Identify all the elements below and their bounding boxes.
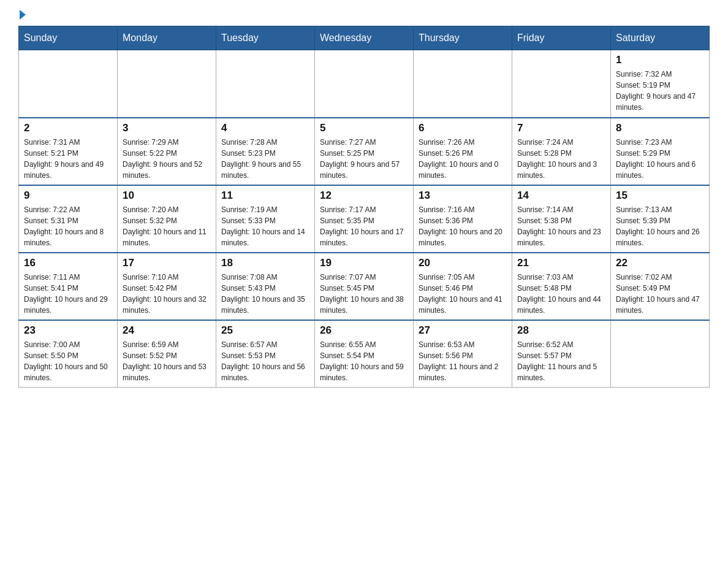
calendar-day-cell: 18Sunrise: 7:08 AMSunset: 5:43 PMDayligh…: [216, 253, 315, 320]
day-info: Sunrise: 6:59 AMSunset: 5:52 PMDaylight:…: [123, 339, 211, 383]
day-number: 6: [419, 122, 507, 134]
day-number: 9: [24, 190, 112, 202]
calendar-day-cell: 7Sunrise: 7:24 AMSunset: 5:28 PMDaylight…: [512, 118, 611, 185]
page-header: [18, 12, 710, 20]
day-number: 20: [419, 257, 507, 269]
calendar-day-cell: 5Sunrise: 7:27 AMSunset: 5:25 PMDaylight…: [315, 118, 414, 185]
day-number: 10: [123, 190, 211, 202]
calendar-table: SundayMondayTuesdayWednesdayThursdayFrid…: [18, 26, 710, 388]
day-number: 22: [616, 257, 704, 269]
day-info: Sunrise: 7:28 AMSunset: 5:23 PMDaylight:…: [221, 137, 309, 181]
day-info: Sunrise: 7:31 AMSunset: 5:21 PMDaylight:…: [24, 137, 112, 181]
day-info: Sunrise: 6:52 AMSunset: 5:57 PMDaylight:…: [517, 339, 605, 383]
day-info: Sunrise: 7:23 AMSunset: 5:29 PMDaylight:…: [616, 137, 704, 181]
day-number: 13: [419, 190, 507, 202]
day-number: 8: [616, 122, 704, 134]
calendar-day-cell: [19, 50, 118, 118]
calendar-day-cell: 24Sunrise: 6:59 AMSunset: 5:52 PMDayligh…: [118, 320, 216, 388]
day-number: 18: [221, 257, 309, 269]
calendar-day-cell: 11Sunrise: 7:19 AMSunset: 5:33 PMDayligh…: [216, 185, 315, 253]
day-info: Sunrise: 7:29 AMSunset: 5:22 PMDaylight:…: [123, 137, 211, 181]
day-number: 16: [24, 257, 112, 269]
day-of-week-header: Tuesday: [216, 26, 315, 50]
calendar-day-cell: 6Sunrise: 7:26 AMSunset: 5:26 PMDaylight…: [414, 118, 512, 185]
day-number: 4: [221, 122, 309, 134]
day-number: 2: [24, 122, 112, 134]
calendar-day-cell: [315, 50, 414, 118]
calendar-day-cell: 14Sunrise: 7:14 AMSunset: 5:38 PMDayligh…: [512, 185, 611, 253]
logo: [18, 12, 26, 20]
calendar-day-cell: 21Sunrise: 7:03 AMSunset: 5:48 PMDayligh…: [512, 253, 611, 320]
day-number: 23: [24, 324, 112, 337]
day-of-week-header: Sunday: [19, 26, 118, 50]
day-info: Sunrise: 7:22 AMSunset: 5:31 PMDaylight:…: [24, 204, 112, 248]
day-number: 12: [320, 190, 408, 202]
calendar-day-cell: 9Sunrise: 7:22 AMSunset: 5:31 PMDaylight…: [19, 185, 118, 253]
calendar-day-cell: 8Sunrise: 7:23 AMSunset: 5:29 PMDaylight…: [611, 118, 710, 185]
calendar-day-cell: [216, 50, 315, 118]
calendar-header-row: SundayMondayTuesdayWednesdayThursdayFrid…: [19, 26, 710, 50]
day-info: Sunrise: 7:02 AMSunset: 5:49 PMDaylight:…: [616, 272, 704, 316]
day-info: Sunrise: 7:14 AMSunset: 5:38 PMDaylight:…: [517, 204, 605, 248]
day-of-week-header: Monday: [118, 26, 216, 50]
day-of-week-header: Wednesday: [315, 26, 414, 50]
day-of-week-header: Saturday: [611, 26, 710, 50]
calendar-day-cell: [118, 50, 216, 118]
logo-blue-container: [18, 12, 26, 20]
calendar-week-row: 16Sunrise: 7:11 AMSunset: 5:41 PMDayligh…: [19, 253, 710, 320]
calendar-day-cell: 3Sunrise: 7:29 AMSunset: 5:22 PMDaylight…: [118, 118, 216, 185]
day-number: 19: [320, 257, 408, 269]
calendar-day-cell: 28Sunrise: 6:52 AMSunset: 5:57 PMDayligh…: [512, 320, 611, 388]
day-info: Sunrise: 7:13 AMSunset: 5:39 PMDaylight:…: [616, 204, 704, 248]
calendar-day-cell: 25Sunrise: 6:57 AMSunset: 5:53 PMDayligh…: [216, 320, 315, 388]
day-info: Sunrise: 7:32 AMSunset: 5:19 PMDaylight:…: [616, 69, 704, 113]
day-info: Sunrise: 6:55 AMSunset: 5:54 PMDaylight:…: [320, 339, 408, 383]
calendar-day-cell: 1Sunrise: 7:32 AMSunset: 5:19 PMDaylight…: [611, 50, 710, 118]
calendar-day-cell: 20Sunrise: 7:05 AMSunset: 5:46 PMDayligh…: [414, 253, 512, 320]
day-info: Sunrise: 6:53 AMSunset: 5:56 PMDaylight:…: [419, 339, 507, 383]
calendar-week-row: 1Sunrise: 7:32 AMSunset: 5:19 PMDaylight…: [19, 50, 710, 118]
day-info: Sunrise: 7:05 AMSunset: 5:46 PMDaylight:…: [419, 272, 507, 316]
day-of-week-header: Friday: [512, 26, 611, 50]
day-info: Sunrise: 7:16 AMSunset: 5:36 PMDaylight:…: [419, 204, 507, 248]
day-info: Sunrise: 7:19 AMSunset: 5:33 PMDaylight:…: [221, 204, 309, 248]
calendar-day-cell: 26Sunrise: 6:55 AMSunset: 5:54 PMDayligh…: [315, 320, 414, 388]
calendar-day-cell: 16Sunrise: 7:11 AMSunset: 5:41 PMDayligh…: [19, 253, 118, 320]
day-number: 7: [517, 122, 605, 134]
day-info: Sunrise: 7:10 AMSunset: 5:42 PMDaylight:…: [123, 272, 211, 316]
calendar-day-cell: 17Sunrise: 7:10 AMSunset: 5:42 PMDayligh…: [118, 253, 216, 320]
day-of-week-header: Thursday: [414, 26, 512, 50]
day-number: 28: [517, 324, 605, 337]
day-number: 17: [123, 257, 211, 269]
day-info: Sunrise: 7:17 AMSunset: 5:35 PMDaylight:…: [320, 204, 408, 248]
calendar-day-cell: 12Sunrise: 7:17 AMSunset: 5:35 PMDayligh…: [315, 185, 414, 253]
day-info: Sunrise: 7:03 AMSunset: 5:48 PMDaylight:…: [517, 272, 605, 316]
day-number: 21: [517, 257, 605, 269]
day-number: 24: [123, 324, 211, 337]
calendar-day-cell: [512, 50, 611, 118]
day-number: 26: [320, 324, 408, 337]
day-info: Sunrise: 7:20 AMSunset: 5:32 PMDaylight:…: [123, 204, 211, 248]
day-number: 1: [616, 54, 704, 66]
day-number: 5: [320, 122, 408, 134]
day-info: Sunrise: 7:00 AMSunset: 5:50 PMDaylight:…: [24, 339, 112, 383]
day-number: 11: [221, 190, 309, 202]
calendar-day-cell: 15Sunrise: 7:13 AMSunset: 5:39 PMDayligh…: [611, 185, 710, 253]
calendar-day-cell: [611, 320, 710, 388]
calendar-day-cell: 19Sunrise: 7:07 AMSunset: 5:45 PMDayligh…: [315, 253, 414, 320]
day-info: Sunrise: 7:11 AMSunset: 5:41 PMDaylight:…: [24, 272, 112, 316]
day-number: 14: [517, 190, 605, 202]
calendar-day-cell: 13Sunrise: 7:16 AMSunset: 5:36 PMDayligh…: [414, 185, 512, 253]
calendar-day-cell: 23Sunrise: 7:00 AMSunset: 5:50 PMDayligh…: [19, 320, 118, 388]
calendar-day-cell: 27Sunrise: 6:53 AMSunset: 5:56 PMDayligh…: [414, 320, 512, 388]
calendar-day-cell: 22Sunrise: 7:02 AMSunset: 5:49 PMDayligh…: [611, 253, 710, 320]
calendar-day-cell: 2Sunrise: 7:31 AMSunset: 5:21 PMDaylight…: [19, 118, 118, 185]
calendar-week-row: 2Sunrise: 7:31 AMSunset: 5:21 PMDaylight…: [19, 118, 710, 185]
day-number: 15: [616, 190, 704, 202]
day-number: 3: [123, 122, 211, 134]
calendar-week-row: 23Sunrise: 7:00 AMSunset: 5:50 PMDayligh…: [19, 320, 710, 388]
calendar-week-row: 9Sunrise: 7:22 AMSunset: 5:31 PMDaylight…: [19, 185, 710, 253]
day-info: Sunrise: 7:24 AMSunset: 5:28 PMDaylight:…: [517, 137, 605, 181]
day-info: Sunrise: 7:27 AMSunset: 5:25 PMDaylight:…: [320, 137, 408, 181]
day-number: 25: [221, 324, 309, 337]
